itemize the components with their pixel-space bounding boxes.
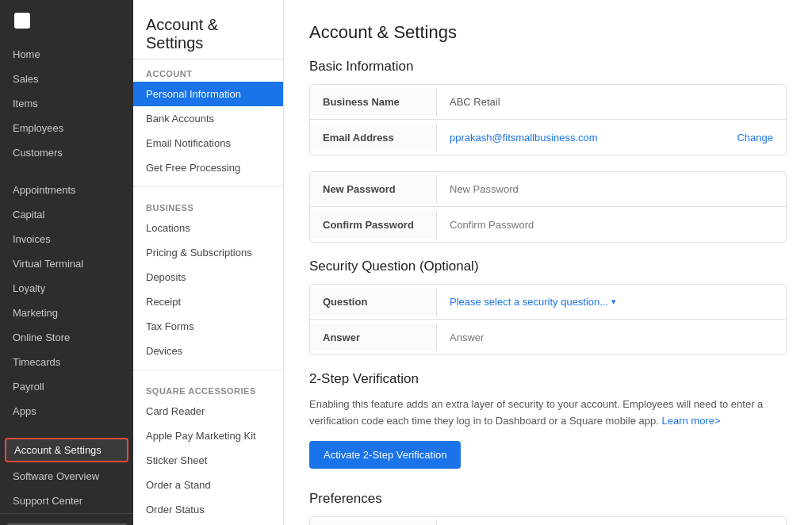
security-question-title: Security Question (Optional) bbox=[309, 259, 787, 274]
email-address-row: Email Address pprakash@fitsmallbusiness.… bbox=[310, 120, 786, 155]
change-email-link[interactable]: Change bbox=[737, 132, 786, 144]
sidebar-item-software-overview[interactable]: Software Overview bbox=[0, 464, 133, 489]
left-nav-locations[interactable]: Locations bbox=[133, 216, 283, 240]
password-table: New Password Confirm Password bbox=[309, 171, 787, 243]
left-nav-card-reader[interactable]: Card Reader bbox=[133, 399, 283, 423]
sidebar-item-invoices[interactable]: Invoices bbox=[0, 227, 133, 251]
sidebar-item-customers[interactable]: Customers bbox=[0, 140, 133, 165]
left-nav-divider-1 bbox=[133, 186, 283, 187]
sidebar-item-virtual-terminal[interactable]: Virtual Terminal bbox=[0, 251, 133, 276]
security-table: Question Please select a security questi… bbox=[309, 284, 787, 355]
main-content: Account & Settings ACCOUNT Personal Info… bbox=[133, 0, 812, 525]
left-nav-section-account: ACCOUNT bbox=[133, 59, 283, 82]
sidebar-item-home[interactable]: Home bbox=[0, 42, 133, 67]
confirm-password-input[interactable] bbox=[450, 219, 773, 231]
two-step-title: 2-Step Verification bbox=[309, 371, 787, 387]
language-dropdown[interactable]: US English bbox=[437, 519, 521, 525]
preferences-title: Preferences bbox=[309, 491, 787, 507]
sidebar-item-sales[interactable]: Sales bbox=[0, 67, 133, 91]
new-password-input-wrapper[interactable] bbox=[437, 175, 786, 203]
learn-more-link[interactable]: Learn more> bbox=[661, 415, 720, 427]
sidebar-top-nav: Home Sales Items Employees Customers bbox=[0, 42, 133, 165]
email-address-label: Email Address bbox=[310, 124, 437, 151]
left-nav-apple-pay-marketing-kit[interactable]: Apple Pay Marketing Kit bbox=[133, 423, 283, 448]
left-nav-title: Account & Settings bbox=[133, 0, 283, 59]
security-answer-label: Answer bbox=[310, 324, 437, 351]
sidebar-item-loyalty[interactable]: Loyalty bbox=[0, 276, 133, 301]
security-answer-value[interactable] bbox=[437, 324, 786, 351]
left-nav-order-a-stand[interactable]: Order a Stand bbox=[133, 473, 283, 497]
security-answer-row: Answer bbox=[310, 320, 786, 354]
sidebar-item-online-store[interactable]: Online Store bbox=[0, 325, 133, 350]
business-name-label: Business Name bbox=[310, 88, 437, 116]
activate-two-step-button[interactable]: Activate 2-Step Verification bbox=[309, 441, 461, 469]
sidebar-bottom-nav: Account & Settings Software Overview Sup… bbox=[0, 436, 133, 513]
left-nav-personal-information[interactable]: Personal Information bbox=[133, 82, 283, 106]
two-step-description: Enabling this feature adds an extra laye… bbox=[309, 397, 787, 430]
left-nav-divider-2 bbox=[133, 370, 283, 370]
language-row: Language i US English bbox=[309, 516, 787, 525]
security-answer-input[interactable] bbox=[450, 331, 773, 343]
sidebar-item-items[interactable]: Items bbox=[0, 91, 133, 116]
left-nav-sticker-sheet[interactable]: Sticker Sheet bbox=[133, 448, 283, 473]
left-nav-section-accessories: SQUARE ACCESSORIES bbox=[133, 377, 283, 399]
basic-info-title: Basic Information bbox=[309, 59, 787, 75]
left-nav-bank-accounts[interactable]: Bank Accounts bbox=[133, 106, 283, 131]
basic-info-table: Business Name ABC Retail Email Address p… bbox=[309, 84, 787, 155]
left-nav-devices[interactable]: Devices bbox=[133, 339, 283, 363]
sidebar-mid-nav: Appointments Capital Invoices Virtual Te… bbox=[0, 178, 133, 423]
left-nav-tax-forms[interactable]: Tax Forms bbox=[133, 314, 283, 339]
left-nav-deposits[interactable]: Deposits bbox=[133, 265, 283, 289]
content-area: Account & Settings Basic Information Bus… bbox=[284, 0, 812, 525]
new-password-row: New Password bbox=[310, 172, 786, 207]
sidebar-item-apps[interactable]: Apps bbox=[0, 399, 133, 423]
language-label: Language i bbox=[310, 519, 437, 525]
confirm-password-row: Confirm Password bbox=[310, 207, 786, 242]
page-title: Account & Settings bbox=[309, 22, 787, 43]
security-question-row: Question Please select a security questi… bbox=[310, 285, 786, 320]
sidebar-item-marketing[interactable]: Marketing bbox=[0, 301, 133, 325]
left-nav-order-status[interactable]: Order Status bbox=[133, 497, 283, 522]
left-navigation: Account & Settings ACCOUNT Personal Info… bbox=[133, 0, 284, 525]
sidebar-logo bbox=[0, 0, 133, 42]
business-name-value: ABC Retail bbox=[437, 88, 786, 116]
sidebar-item-employees[interactable]: Employees bbox=[0, 116, 133, 140]
sidebar-cta: Order a Reader Get Free Processing bbox=[0, 513, 133, 525]
security-question-dropdown[interactable]: Please select a security question... bbox=[450, 296, 773, 308]
sidebar: Home Sales Items Employees Customers App… bbox=[0, 0, 133, 525]
sidebar-item-support-center[interactable]: Support Center bbox=[0, 489, 133, 513]
left-nav-get-free-processing[interactable]: Get Free Processing bbox=[133, 155, 283, 180]
left-nav-receipt[interactable]: Receipt bbox=[133, 289, 283, 314]
left-nav-email-notifications[interactable]: Email Notifications bbox=[133, 131, 283, 155]
new-password-input[interactable] bbox=[450, 183, 773, 195]
left-nav-pricing-subscriptions[interactable]: Pricing & Subscriptions bbox=[133, 240, 283, 265]
sidebar-item-appointments[interactable]: Appointments bbox=[0, 178, 133, 202]
new-password-label: New Password bbox=[310, 175, 437, 203]
sidebar-item-account-settings[interactable]: Account & Settings bbox=[5, 438, 128, 462]
security-question-value[interactable]: Please select a security question... bbox=[437, 288, 786, 316]
security-question-label: Question bbox=[310, 288, 437, 316]
svg-rect-0 bbox=[14, 13, 30, 29]
sidebar-item-timecards[interactable]: Timecards bbox=[0, 350, 133, 374]
email-address-value: pprakash@fitsmallbusiness.com bbox=[437, 124, 737, 151]
business-name-row: Business Name ABC Retail bbox=[310, 85, 786, 120]
confirm-password-input-wrapper[interactable] bbox=[437, 211, 786, 239]
sidebar-item-capital[interactable]: Capital bbox=[0, 202, 133, 227]
left-nav-section-business: BUSINESS bbox=[133, 194, 283, 216]
sidebar-item-payroll[interactable]: Payroll bbox=[0, 374, 133, 399]
confirm-password-label: Confirm Password bbox=[310, 211, 437, 239]
